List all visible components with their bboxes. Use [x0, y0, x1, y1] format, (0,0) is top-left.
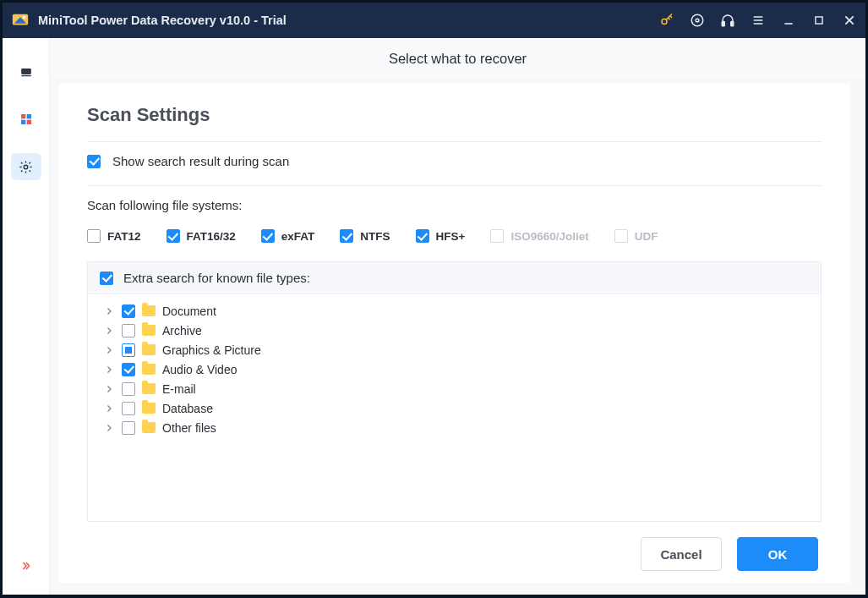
svg-rect-7: [816, 17, 822, 24]
folder-icon: [142, 383, 156, 394]
titlebar: MiniTool Power Data Recovery v10.0 - Tri…: [3, 3, 865, 38]
headphones-icon[interactable]: [720, 13, 735, 28]
folder-icon: [142, 344, 156, 355]
sidebar-expand-icon[interactable]: [11, 552, 41, 579]
svg-rect-5: [722, 22, 724, 26]
sidebar: [3, 38, 50, 595]
fs-label: exFAT: [281, 230, 315, 243]
tree-label: Graphics & Picture: [162, 343, 261, 357]
file-type-tree: Extra search for known file types: Docum…: [87, 261, 822, 522]
fs-item-udf: UDF: [614, 229, 658, 243]
fs-item-iso9660-joliet: ISO9660/Joliet: [490, 229, 588, 243]
svg-point-3: [691, 14, 703, 26]
fs-label: HFS+: [436, 230, 466, 243]
fs-label: FAT16/32: [187, 230, 236, 243]
show-results-checkbox[interactable]: [87, 155, 101, 168]
chevron-right-icon[interactable]: [103, 325, 115, 337]
chevron-right-icon[interactable]: [103, 344, 115, 356]
fs-label: UDF: [635, 230, 658, 243]
main: Select what to recover Scan Settings Sho…: [50, 38, 865, 595]
fs-item-fat16-32: FAT16/32: [167, 229, 236, 243]
tree-checkbox[interactable]: [122, 382, 135, 396]
fs-checkbox[interactable]: [87, 229, 101, 243]
folder-icon: [142, 403, 156, 414]
tree-checkbox[interactable]: [122, 324, 135, 337]
chevron-right-icon[interactable]: [103, 403, 115, 414]
fs-checkbox[interactable]: [340, 229, 353, 243]
tree-header: Extra search for known file types:: [88, 262, 821, 294]
fs-heading: Scan following file systems:: [87, 186, 822, 221]
tree-label: Audio & Video: [162, 363, 237, 376]
tree-body: DocumentArchiveGraphics & PictureAudio &…: [88, 294, 821, 521]
fs-label: FAT12: [107, 230, 141, 243]
tree-label: E-mail: [162, 382, 196, 396]
tree-label: Document: [162, 304, 216, 318]
show-results-row: Show search result during scan: [87, 142, 822, 185]
tree-row: Other files: [88, 418, 821, 437]
menu-icon[interactable]: [751, 13, 766, 28]
folder-icon: [142, 364, 156, 375]
svg-point-1: [23, 16, 26, 19]
fs-checkbox[interactable]: [167, 229, 180, 243]
extra-search-label: Extra search for known file types:: [123, 271, 310, 285]
maximize-icon[interactable]: [811, 13, 827, 28]
svg-rect-13: [26, 120, 30, 124]
tree-label: Archive: [162, 324, 202, 337]
svg-rect-9: [21, 75, 31, 76]
minimize-icon[interactable]: [781, 13, 796, 28]
body: Select what to recover Scan Settings Sho…: [3, 38, 865, 595]
tree-row: Document: [88, 301, 821, 321]
chevron-right-icon[interactable]: [103, 422, 115, 434]
fs-checkbox[interactable]: [416, 229, 429, 243]
tree-checkbox[interactable]: [122, 402, 135, 415]
filesystem-row: FAT12FAT16/32exFATNTFSHFS+ISO9660/Joliet…: [87, 221, 822, 261]
key-icon[interactable]: [659, 13, 674, 28]
disc-icon[interactable]: [690, 13, 705, 28]
svg-rect-11: [26, 114, 30, 118]
app-icon: [11, 11, 30, 30]
chevron-right-icon[interactable]: [103, 383, 115, 395]
sidebar-item-settings[interactable]: [11, 153, 41, 180]
tree-label: Other files: [162, 421, 216, 435]
svg-point-4: [696, 19, 699, 22]
tree-checkbox[interactable]: [122, 343, 135, 357]
section-title: Scan Settings: [87, 104, 822, 126]
app-window: MiniTool Power Data Recovery v10.0 - Tri…: [3, 3, 865, 595]
tree-row: Database: [88, 398, 821, 418]
footer-buttons: Cancel OK: [87, 522, 822, 571]
tree-row: E-mail: [88, 379, 821, 398]
cancel-button[interactable]: Cancel: [641, 537, 722, 571]
fs-item-hfs-: HFS+: [416, 229, 466, 243]
tab-label: Select what to recover: [389, 51, 527, 67]
tree-checkbox[interactable]: [122, 304, 135, 318]
chevron-right-icon[interactable]: [103, 305, 115, 317]
tree-row: Archive: [88, 321, 821, 340]
svg-rect-12: [21, 120, 25, 124]
chevron-right-icon[interactable]: [103, 364, 115, 376]
app-title: MiniTool Power Data Recovery v10.0 - Tri…: [38, 14, 659, 27]
fs-item-fat12: FAT12: [87, 229, 141, 243]
ok-button[interactable]: OK: [737, 537, 818, 571]
tree-label: Database: [162, 402, 213, 415]
tree-checkbox[interactable]: [122, 421, 135, 435]
tree-row: Graphics & Picture: [88, 340, 821, 359]
fs-item-exfat: exFAT: [261, 229, 315, 243]
fs-checkbox: [490, 229, 504, 243]
folder-icon: [142, 422, 156, 433]
svg-point-14: [24, 165, 28, 169]
fs-label: ISO9660/Joliet: [510, 230, 588, 243]
show-results-label: Show search result during scan: [112, 154, 289, 168]
fs-label: NTFS: [360, 230, 390, 243]
sidebar-item-recover[interactable]: [11, 58, 41, 85]
sidebar-item-apps[interactable]: [11, 106, 41, 133]
tree-row: Audio & Video: [88, 359, 821, 379]
settings-panel: Scan Settings Show search result during …: [58, 84, 850, 583]
close-icon[interactable]: [842, 13, 857, 28]
folder-icon: [142, 305, 156, 316]
extra-search-checkbox[interactable]: [100, 272, 113, 285]
tree-checkbox[interactable]: [122, 363, 135, 376]
svg-rect-10: [21, 114, 25, 118]
fs-item-ntfs: NTFS: [340, 229, 390, 243]
fs-checkbox[interactable]: [261, 229, 275, 243]
tab-header: Select what to recover: [50, 38, 865, 79]
